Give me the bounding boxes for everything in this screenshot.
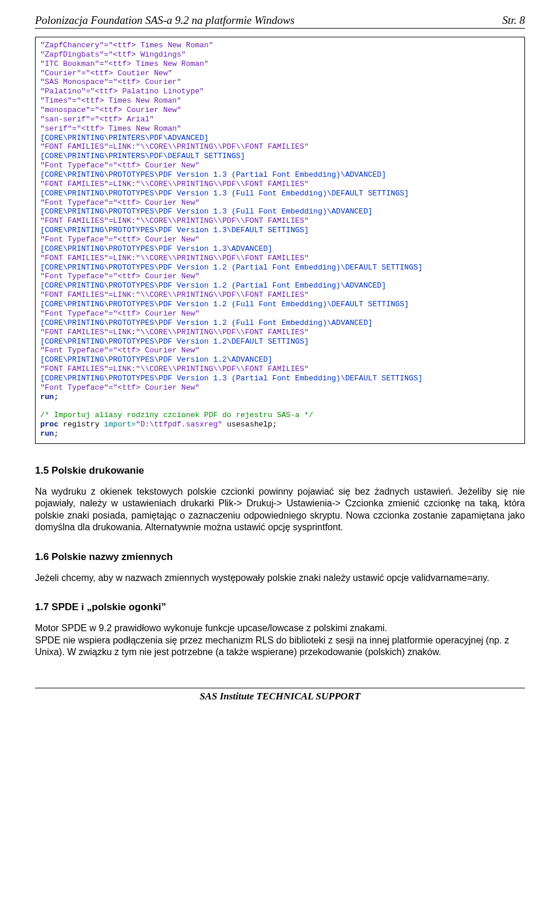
code-line: "FONT FAMILIES"=LINK:"\\CORE\\PRINTING\\… [40,142,520,152]
code-line: [CORE\PRINTING\PROTOTYPES\PDF Version 1.… [40,318,520,328]
code-line: "FONT FAMILIES"=LINK:"\\CORE\\PRINTING\\… [40,254,520,263]
section-1-6-paragraph: Jeżeli chcemy, aby w nazwach zmiennych w… [35,572,525,584]
code-line: "ITC Bookman"="<ttf> Times New Roman" [40,60,520,69]
footer-text: SAS Institute TECHNICAL SUPPORT [200,691,360,702]
code-line: "ZapfChancery"="<ttf> Times New Roman" [40,41,520,50]
header-page-number: Str. 8 [502,14,525,27]
code-line: [CORE\PRINTING\PROTOTYPES\PDF Version 1.… [40,189,520,198]
code-line: run; [40,429,520,439]
code-line: [CORE\PRINTING\PRINTERS\PDF\ADVANCED] [40,134,520,143]
page-header: Polonizacja Foundation SAS-a 9.2 na plat… [35,14,525,29]
code-line: "SAS Monospace"="<ttf> Courier" [40,78,520,87]
code-line: [CORE\PRINTING\PROTOTYPES\PDF Version 1.… [40,337,520,346]
code-line: "san-serif"="<ttf> Arial" [40,115,520,124]
code-line: "FONT FAMILIES"=LINK:"\\CORE\\PRINTING\\… [40,328,520,337]
page-footer: SAS Institute TECHNICAL SUPPORT [35,688,525,702]
header-title: Polonizacja Foundation SAS-a 9.2 na plat… [35,14,295,27]
code-line: run; [40,393,520,402]
section-1-7-title: 1.7 SPDE i „polskie ogonki” [35,601,525,613]
code-line: [CORE\PRINTING\PROTOTYPES\PDF Version 1.… [40,374,520,383]
code-line: [CORE\PRINTING\PROTOTYPES\PDF Version 1.… [40,355,520,365]
code-line: "Font Typeface"="<ttf> Courier New" [40,346,520,355]
code-line: [CORE\PRINTING\PROTOTYPES\PDF Version 1.… [40,281,520,290]
code-line: "FONT FAMILIES"=LINK:"\\CORE\\PRINTING\\… [40,290,520,300]
code-line: [CORE\PRINTING\PROTOTYPES\PDF Version 1.… [40,300,520,309]
code-line: "Courier"="<ttf> Coutier New" [40,69,520,78]
code-line: "FONT FAMILIES"=LINK:"\\CORE\\PRINTING\\… [40,365,520,374]
code-line: [CORE\PRINTING\PROTOTYPES\PDF Version 1.… [40,170,520,180]
section-1-5-paragraph: Na wydruku z okienek tekstowych polskie … [35,486,525,534]
section-1-6-title: 1.6 Polskie nazwy zmiennych [35,551,525,563]
code-line: "Font Typeface"="<ttf> Courier New" [40,309,520,318]
code-line [40,402,520,411]
code-line: [CORE\PRINTING\PROTOTYPES\PDF Version 1.… [40,207,520,216]
code-comment: /* Importuj aliasy rodziny czcionek PDF … [40,411,520,420]
section-1-7-paragraph: Motor SPDE w 9.2 prawidłowo wykonuje fun… [35,622,525,658]
code-line: [CORE\PRINTING\PRINTERS\PDF\DEFAULT SETT… [40,152,520,161]
code-line: "Font Typeface"="<ttf> Courier New" [40,383,520,393]
code-line: "Font Typeface"="<ttf> Courier New" [40,161,520,170]
code-line: "FONT FAMILIES"=LINK:"\\CORE\\PRINTING\\… [40,180,520,189]
code-line: "FONT FAMILIES"=LINK:"\\CORE\\PRINTING\\… [40,216,520,226]
code-line: [CORE\PRINTING\PROTOTYPES\PDF Version 1.… [40,263,520,272]
code-line: "Font Typeface"="<ttf> Courier New" [40,198,520,208]
code-line: "serif"="<ttf> Times New Roman" [40,124,520,134]
code-line: "Font Typeface"="<ttf> Courier New" [40,235,520,244]
code-line: "ZapfDingbats"="<ttf> Wingdings" [40,50,520,60]
code-line: [CORE\PRINTING\PROTOTYPES\PDF Version 1.… [40,244,520,254]
section-1-5-title: 1.5 Polskie drukowanie [35,465,525,477]
code-box: "ZapfChancery"="<ttf> Times New Roman""Z… [35,37,525,444]
code-line: [CORE\PRINTING\PROTOTYPES\PDF Version 1.… [40,226,520,235]
code-line: "Font Typeface"="<ttf> Courier New" [40,272,520,281]
page-container: Polonizacja Foundation SAS-a 9.2 na plat… [0,0,560,726]
code-line: "monospace"="<ttf> Courier New" [40,106,520,115]
code-line: "Palatino"="<ttf> Palatino Linotype" [40,87,520,96]
code-line: "Times"="<ttf> Times New Roman" [40,96,520,106]
code-line: proc registry import="D:\ttfpdf.sasxreg"… [40,420,520,429]
